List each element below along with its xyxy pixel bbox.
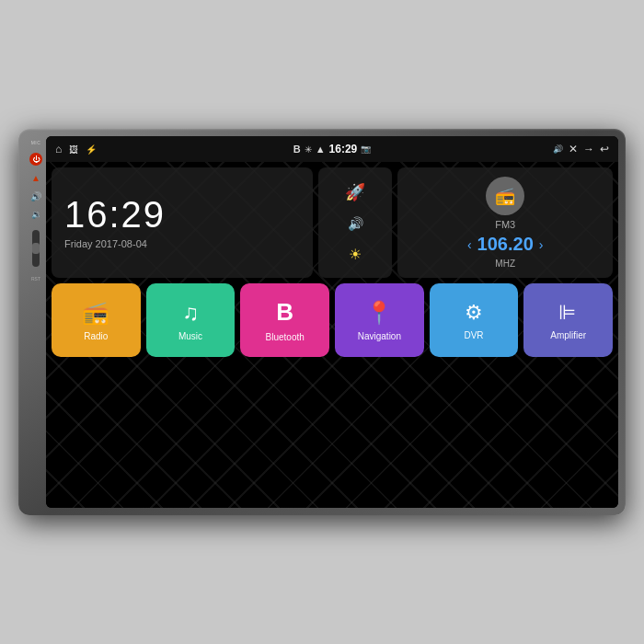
app-amplifier[interactable]: ⊫ Amplifier: [523, 283, 613, 357]
radio-band: FM3: [495, 219, 515, 230]
clock-date: Friday 2017-08-04: [64, 238, 300, 249]
amplifier-app-icon: ⊫: [558, 301, 578, 325]
radio-prev-button[interactable]: ‹: [467, 237, 472, 252]
status-center: B ✳ ▲ 16:29 📷: [293, 143, 372, 155]
bluetooth-app-icon: B: [276, 298, 293, 327]
app-radio[interactable]: 📻 Radio: [52, 283, 141, 357]
camera-status-icon: 📷: [361, 144, 371, 154]
app-dvr[interactable]: ⚙ DVR: [430, 283, 519, 357]
widgets-row: 16:29 Friday 2017-08-04 🚀 🔊 ☀ 📻 FM3 ‹ 10…: [52, 167, 613, 278]
vol-down-button[interactable]: 🔉: [29, 208, 42, 221]
asterisk-icon: ✳: [305, 144, 312, 155]
brightness-icon[interactable]: ☀: [349, 246, 362, 263]
status-left: ⌂ 🖼 ⚡: [55, 143, 288, 155]
music-app-label: Music: [178, 331, 202, 341]
volume-status-icon[interactable]: 🔊: [553, 144, 563, 154]
arrow-status-icon[interactable]: →: [583, 143, 594, 155]
power-button[interactable]: ⏻: [29, 153, 42, 166]
radio-app-icon: 📻: [82, 300, 109, 326]
radio-icon: 📻: [486, 177, 524, 215]
middle-widget: 🚀 🔊 ☀: [318, 167, 392, 278]
rst-label: RST: [31, 276, 40, 282]
photo-icon: 🖼: [69, 144, 78, 155]
amplifier-app-label: Amplifier: [550, 330, 586, 340]
side-slider[interactable]: [32, 230, 40, 267]
radio-frequency: 106.20: [477, 234, 534, 255]
clock-widget: 16:29 Friday 2017-08-04: [52, 167, 313, 278]
app-music[interactable]: ♫ Music: [146, 283, 236, 357]
app-navigation[interactable]: 📍 Navigation: [335, 283, 424, 357]
navigation-app-label: Navigation: [358, 331, 401, 341]
radio-app-label: Radio: [84, 331, 108, 341]
side-controls: MIC ⏻ ▲ 🔊 🔉 RST: [26, 136, 46, 508]
return-status-icon[interactable]: ↩: [600, 143, 609, 155]
vol-up-button[interactable]: 🔊: [29, 190, 42, 202]
mic-label: MIC: [31, 140, 41, 145]
screen: ⌂ 🖼 ⚡ B ✳ ▲ 16:29 📷 🔊 ✕ → ↩: [46, 136, 618, 508]
signal-icon: ▲: [316, 144, 326, 155]
apps-row: 📻 Radio ♫ Music B Bluetooth 📍 Navigation…: [52, 283, 613, 357]
bluetooth-icon: B: [293, 144, 301, 155]
app-bluetooth[interactable]: B Bluetooth: [240, 283, 329, 357]
home-icon[interactable]: ⌂: [55, 143, 62, 155]
volume-widget-icon[interactable]: 🔊: [348, 216, 363, 231]
rocket-icon: 🚀: [345, 182, 365, 202]
slider-thumb: [32, 243, 40, 254]
usb-icon: ⚡: [86, 144, 97, 155]
music-app-icon: ♫: [182, 300, 199, 326]
up-button[interactable]: ▲: [29, 171, 42, 184]
status-bar: ⌂ 🖼 ⚡ B ✳ ▲ 16:29 📷 🔊 ✕ → ↩: [46, 136, 618, 162]
status-right: 🔊 ✕ → ↩: [376, 143, 609, 155]
bluetooth-app-label: Bluetooth: [266, 332, 305, 342]
radio-next-button[interactable]: ›: [539, 237, 544, 252]
clock-time: 16:29: [64, 196, 300, 233]
radio-unit: MHZ: [495, 259, 515, 269]
navigation-app-icon: 📍: [365, 300, 393, 326]
main-content: 16:29 Friday 2017-08-04 🚀 🔊 ☀ 📻 FM3 ‹ 10…: [46, 162, 618, 508]
status-time: 16:29: [329, 143, 358, 155]
x-status-icon[interactable]: ✕: [569, 143, 578, 155]
device-shell: MIC ⏻ ▲ 🔊 🔉 RST ⌂ 🖼 ⚡ B ✳ ▲ 16:29 📷: [18, 129, 626, 515]
dvr-app-icon: ⚙: [465, 301, 483, 325]
dvr-app-label: DVR: [464, 330, 483, 340]
radio-widget: 📻 FM3 ‹ 106.20 › MHZ: [397, 167, 613, 278]
radio-freq-row: ‹ 106.20 ›: [467, 234, 544, 255]
